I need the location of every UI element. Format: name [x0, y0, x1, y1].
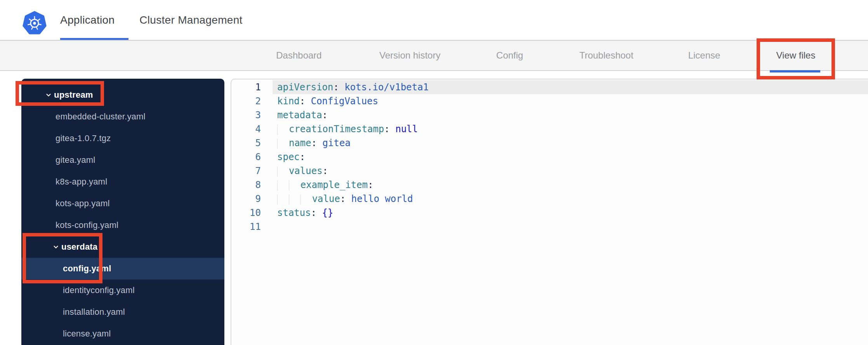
header-tab-label: Application [60, 14, 115, 26]
header-tab-application[interactable]: Application [60, 0, 115, 40]
file-tree-label: userdata [61, 242, 97, 252]
code-text: example_item: [277, 179, 373, 190]
token-punct: : [311, 207, 322, 218]
code-line: 9 value: hello world [231, 192, 868, 206]
code-line: 2 kind: ConfigValues [231, 94, 868, 108]
file-gitea-yaml[interactable]: gitea.yaml [21, 149, 224, 171]
file-embedded-cluster-yaml[interactable]: embedded-cluster.yaml [21, 106, 224, 128]
code-line: 4 creationTimestamp: null [231, 122, 868, 136]
code-text: spec: [277, 152, 305, 162]
file-license-yaml[interactable]: license.yaml [21, 323, 224, 345]
file-config-yaml[interactable]: config.yaml [21, 258, 224, 279]
file-installation-yaml[interactable]: installation.yaml [21, 301, 224, 323]
code-content: spec: [261, 150, 868, 164]
kubernetes-logo-icon[interactable] [23, 11, 47, 36]
line-number: 5 [231, 136, 261, 150]
code-text: creationTimestamp: null [277, 124, 418, 135]
line-number: 8 [231, 178, 261, 192]
file-kots-app-yaml[interactable]: kots-app.yaml [21, 193, 224, 214]
tab-troubleshoot[interactable]: Troubleshoot [579, 41, 633, 70]
code-text: apiVersion: kots.io/v1beta1 [277, 82, 429, 93]
indent-guide [300, 194, 312, 205]
header-tab-label: Cluster Management [139, 14, 242, 26]
code-text: kind: ConfigValues [277, 96, 378, 107]
code-content: metadata: [261, 108, 868, 122]
code-line: 8 example_item: [231, 178, 868, 192]
folder-upstream[interactable]: upstream [21, 84, 224, 106]
code-content: value: hello world [261, 192, 868, 206]
line-number: 4 [231, 122, 261, 136]
code-line: 11 [231, 220, 868, 234]
folder-userdata[interactable]: userdata [21, 236, 224, 258]
file-tree-sidebar: upstream embedded-cluster.yaml gitea-1.0… [21, 79, 224, 345]
code-content: apiVersion: kots.io/v1beta1 [261, 80, 868, 94]
tab-view-files[interactable]: View files [776, 41, 816, 70]
tab-license[interactable]: License [688, 41, 720, 70]
code-content: example_item: [261, 178, 868, 192]
token-key: creationTimestamp [289, 124, 384, 135]
token-constant: {} [322, 207, 333, 218]
indent-guide [289, 180, 300, 191]
file-kots-config-yaml[interactable]: kots-config.yaml [21, 214, 224, 236]
code-text: metadata: [277, 110, 328, 121]
token-string: hello world [351, 193, 413, 204]
token-string: gitea [323, 138, 351, 148]
token-key: name [289, 138, 311, 148]
token-key: spec [277, 152, 300, 162]
code-line: 5 name: gitea [231, 136, 868, 150]
tab-dashboard[interactable]: Dashboard [276, 41, 321, 70]
file-tree-label: kots-app.yaml [56, 198, 110, 209]
code-text: status: {} [277, 207, 333, 218]
token-punct: : [340, 193, 351, 204]
token-constant: null [395, 124, 418, 135]
indent-guide [277, 180, 289, 191]
code-content: creationTimestamp: null [261, 122, 868, 136]
token-punct: : [300, 152, 305, 162]
token-key: apiVersion [277, 82, 333, 93]
token-punct: : [311, 138, 323, 148]
file-tree-label: config.yaml [63, 264, 111, 274]
line-number: 7 [231, 164, 261, 178]
file-tree-label: k8s-app.yaml [56, 177, 107, 187]
active-tab-indicator [770, 70, 820, 72]
file-tree-label: kots-config.yaml [56, 220, 118, 230]
token-key: metadata [277, 110, 322, 121]
line-number: 6 [231, 150, 261, 164]
indent-guide [277, 194, 289, 205]
file-tree-label: gitea.yaml [56, 155, 95, 165]
token-key: example_item [300, 179, 368, 190]
line-number: 11 [231, 220, 261, 234]
token-key: kind [277, 96, 300, 107]
chevron-down-icon[interactable] [45, 92, 52, 98]
tab-version-history[interactable]: Version history [379, 41, 440, 70]
code-line: 3 metadata: [231, 108, 868, 122]
file-gitea-1-0-7-tgz[interactable]: gitea-1.0.7.tgz [21, 128, 224, 149]
file-tree-label: gitea-1.0.7.tgz [56, 133, 111, 143]
code-line: 7 values: [231, 164, 868, 178]
token-punct: : [322, 110, 328, 121]
file-tree-label: upstream [54, 90, 93, 100]
code-content: kind: ConfigValues [261, 94, 868, 108]
file-k8s-app-yaml[interactable]: k8s-app.yaml [21, 171, 224, 193]
yaml-code-editor[interactable]: 1 apiVersion: kots.io/v1beta1 2 kind: Co… [231, 79, 868, 345]
token-string: ConfigValues [311, 96, 378, 107]
token-key: value [312, 193, 340, 204]
code-line: 10 status: {} [231, 206, 868, 220]
token-punct: : [300, 96, 311, 107]
file-tree-label: identityconfig.yaml [63, 285, 135, 295]
line-number: 9 [231, 192, 261, 206]
token-key: values [289, 166, 323, 176]
line-number: 3 [231, 108, 261, 122]
chevron-down-icon[interactable] [53, 244, 59, 250]
header-tab-cluster-management[interactable]: Cluster Management [139, 0, 242, 40]
tab-config[interactable]: Config [496, 41, 523, 70]
code-text: name: gitea [277, 138, 351, 148]
token-punct: : [384, 124, 396, 135]
header-tabs: Application Cluster Management [60, 0, 243, 40]
code-content: values: [261, 164, 868, 178]
file-identityconfig-yaml[interactable]: identityconfig.yaml [21, 279, 224, 301]
token-punct: : [333, 82, 345, 93]
code-content: name: gitea [261, 136, 868, 150]
code-content: status: {} [261, 206, 868, 220]
file-tree-label: embedded-cluster.yaml [56, 112, 146, 122]
